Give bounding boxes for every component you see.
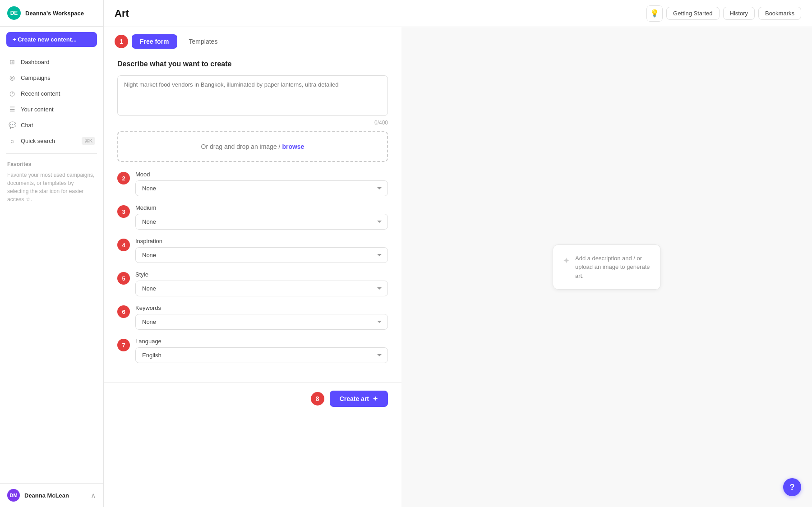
sidebar-footer[interactable]: DM Deanna McLean ∧ [0, 483, 103, 507]
description-input[interactable] [117, 75, 388, 116]
content-area: 1 Free form Templates Describe what you … [104, 27, 812, 507]
medium-select[interactable]: None [135, 214, 388, 230]
shortcut-badge: ⌘K [82, 137, 95, 145]
preview-hint: ✦ Add a description and / or upload an i… [553, 244, 661, 290]
workspace-avatar: DE [7, 6, 21, 20]
step-2-badge: 2 [117, 172, 130, 184]
top-bar-right: 💡 Getting Started History Bookmarks [646, 5, 801, 22]
campaigns-icon: ◎ [8, 74, 16, 82]
step-8-badge: 8 [311, 392, 324, 406]
field-content-style: Style None [135, 271, 388, 296]
field-group-style: 5 Style None [117, 271, 388, 296]
field-content-medium: Medium None [135, 204, 388, 230]
user-name: Deanna McLean [24, 492, 69, 499]
main-content: Art 💡 Getting Started History Bookmarks … [104, 0, 812, 507]
sidebar-item-quick-search[interactable]: ⌕ Quick search ⌘K [4, 133, 100, 148]
sparkle-icon: ✦ [373, 395, 378, 402]
sidebar-item-campaigns[interactable]: ◎ Campaigns [4, 70, 100, 85]
field-group-language: 7 Language English [117, 338, 388, 363]
sidebar-item-label: Chat [21, 122, 33, 129]
drop-zone[interactable]: Or drag and drop an image / browse [117, 131, 388, 162]
field-group-medium: 3 Medium None [117, 204, 388, 230]
language-select[interactable]: English [135, 347, 388, 363]
sidebar-item-label: Your content [21, 106, 54, 113]
sidebar-item-label: Quick search [21, 138, 55, 144]
favorites-hint: Favorite your most used campaigns, docum… [7, 171, 96, 203]
step-4-badge: 4 [117, 239, 130, 251]
history-button[interactable]: History [723, 7, 755, 20]
chevron-up-icon: ∧ [91, 491, 96, 500]
medium-label: Medium [135, 204, 388, 211]
step-3-badge: 3 [117, 205, 130, 218]
bottom-bar: 8 Create art ✦ [104, 382, 401, 415]
hint-text: Add a description and / or upload an ima… [575, 254, 651, 281]
step-1-badge: 1 [115, 35, 128, 48]
search-icon: ⌕ [8, 137, 16, 145]
workspace-name: Deanna's Workspace [25, 10, 84, 17]
getting-started-button[interactable]: Getting Started [666, 7, 719, 20]
browse-link[interactable]: browse [282, 143, 304, 150]
field-content-mood: Mood None [135, 171, 388, 196]
sidebar-item-label: Recent content [21, 90, 60, 97]
create-art-wrapper: 8 Create art ✦ [311, 391, 388, 407]
preview-panel: ✦ Add a description and / or upload an i… [401, 27, 812, 507]
mood-label: Mood [135, 171, 388, 178]
field-group-keywords: 6 Keywords None [117, 304, 388, 330]
form-inner: Describe what you want to create 0/400 O… [104, 49, 401, 382]
create-new-button[interactable]: + Create new content... [6, 32, 97, 47]
sidebar-nav: ⊞ Dashboard ◎ Campaigns ◷ Recent content… [0, 52, 103, 151]
sidebar-item-chat[interactable]: 💬 Chat [4, 117, 100, 133]
avatar: DM [7, 489, 20, 502]
style-select[interactable]: None [135, 281, 388, 296]
section-title: Describe what you want to create [117, 60, 388, 68]
create-art-label: Create art [340, 395, 369, 402]
footer-user: DM Deanna McLean [7, 489, 69, 502]
inspiration-label: Inspiration [135, 238, 388, 244]
tab-templates[interactable]: Templates [181, 34, 226, 49]
sidebar-item-label: Dashboard [21, 59, 50, 65]
page-title: Art [115, 8, 129, 19]
help-button[interactable]: ? [783, 478, 801, 496]
sidebar-item-dashboard[interactable]: ⊞ Dashboard [4, 54, 100, 69]
sidebar-item-your-content[interactable]: ☰ Your content [4, 101, 100, 117]
char-count: 0/400 [117, 120, 388, 126]
tab-free-form[interactable]: Free form [132, 34, 177, 49]
step-5-badge: 5 [117, 272, 130, 285]
sidebar-item-recent[interactable]: ◷ Recent content [4, 86, 100, 101]
field-content-keywords: Keywords None [135, 304, 388, 330]
favorites-section: Favorites Favorite your most used campai… [0, 157, 103, 208]
sidebar: DE Deanna's Workspace + Create new conte… [0, 0, 104, 507]
dashboard-icon: ⊞ [8, 58, 16, 66]
mood-select[interactable]: None [135, 180, 388, 196]
tabs-row: 1 Free form Templates [104, 27, 401, 49]
hint-icon: ✦ [563, 255, 570, 267]
keywords-label: Keywords [135, 304, 388, 311]
drop-zone-text: Or drag and drop an image / [201, 143, 282, 150]
language-label: Language [135, 338, 388, 345]
your-content-icon: ☰ [8, 105, 16, 113]
inspiration-select[interactable]: None [135, 247, 388, 263]
field-content-inspiration: Inspiration None [135, 238, 388, 263]
lightbulb-button[interactable]: 💡 [646, 5, 663, 22]
field-content-language: Language English [135, 338, 388, 363]
bookmarks-button[interactable]: Bookmarks [758, 7, 801, 20]
chat-icon: 💬 [8, 121, 16, 129]
style-label: Style [135, 271, 388, 278]
step-7-badge: 7 [117, 339, 130, 351]
top-bar: Art 💡 Getting Started History Bookmarks [104, 0, 812, 27]
recent-icon: ◷ [8, 89, 16, 97]
form-panel: 1 Free form Templates Describe what you … [104, 27, 401, 507]
create-art-button[interactable]: Create art ✦ [330, 391, 388, 407]
keywords-select[interactable]: None [135, 314, 388, 330]
favorites-title: Favorites [7, 161, 96, 167]
step-6-badge: 6 [117, 305, 130, 318]
sidebar-item-label: Campaigns [21, 74, 51, 81]
field-group-inspiration: 4 Inspiration None [117, 238, 388, 263]
sidebar-header: DE Deanna's Workspace [0, 0, 103, 27]
field-group-mood: 2 Mood None [117, 171, 388, 196]
sidebar-divider [6, 153, 97, 154]
